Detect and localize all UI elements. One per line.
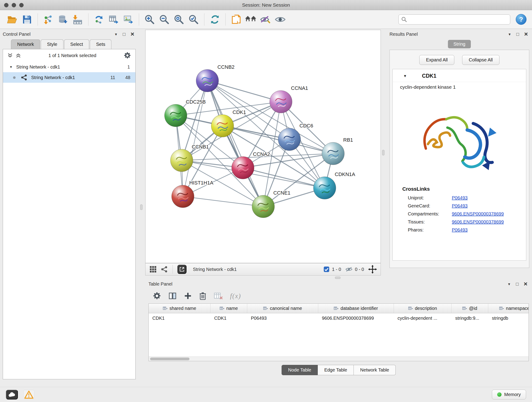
crosslink-link[interactable]: 9606.ENSP00000378699 bbox=[452, 219, 504, 225]
zoom-fit-button[interactable] bbox=[172, 13, 186, 26]
bottom-splitter-handle[interactable] bbox=[335, 277, 341, 279]
cloud-button[interactable] bbox=[6, 390, 18, 400]
tab-edge-table[interactable]: Edge Table bbox=[318, 365, 354, 375]
crosslink-link[interactable]: P06493 bbox=[452, 203, 468, 209]
panel-float-icon[interactable]: □ bbox=[516, 32, 519, 37]
panel-menu-icon[interactable]: ▼ bbox=[114, 32, 118, 36]
cell-shared-name[interactable]: CDK1 bbox=[149, 313, 210, 323]
selected-checkbox-icon[interactable] bbox=[323, 266, 330, 273]
network-overview-icon[interactable] bbox=[161, 266, 168, 273]
zoom-window-button[interactable] bbox=[19, 3, 24, 7]
panel-close-icon[interactable]: × bbox=[524, 32, 528, 37]
tree-expander-icon[interactable]: ▼ bbox=[9, 65, 13, 69]
cell--id[interactable]: stringdb:9... bbox=[452, 313, 488, 323]
right-splitter-handle[interactable] bbox=[382, 150, 385, 155]
expand-all-icon[interactable] bbox=[15, 52, 21, 58]
table-settings-button[interactable] bbox=[152, 292, 161, 300]
import-network-file-button[interactable] bbox=[41, 13, 55, 26]
import-network-database-button[interactable] bbox=[56, 13, 70, 26]
delete-table-button[interactable] bbox=[214, 292, 223, 300]
column-header-namespace[interactable]: namespace bbox=[488, 304, 529, 313]
save-session-button[interactable] bbox=[20, 13, 34, 26]
network-options-gear-icon[interactable] bbox=[123, 51, 131, 59]
node-CDKN1A[interactable]: CDKN1A bbox=[313, 172, 355, 199]
column-header-description[interactable]: description bbox=[394, 304, 452, 313]
column-header-database-identifier[interactable]: database identifier bbox=[318, 304, 394, 313]
close-window-button[interactable] bbox=[4, 3, 8, 7]
panel-float-icon[interactable]: □ bbox=[123, 32, 126, 37]
node-CDK1[interactable]: CDK1 bbox=[211, 109, 246, 137]
crosslink-link[interactable]: 9606.ENSP00000378699 bbox=[452, 211, 504, 217]
cell-name[interactable]: CDK1 bbox=[210, 313, 247, 323]
tab-sets[interactable]: Sets bbox=[90, 39, 111, 49]
edge-CCNB2-CCNE1[interactable] bbox=[207, 81, 263, 206]
crosslink-link[interactable]: P06493 bbox=[452, 227, 468, 233]
pan-tool-icon[interactable] bbox=[368, 265, 377, 274]
annotation-mode-button[interactable] bbox=[259, 13, 272, 26]
collapse-all-button[interactable]: Collapse All bbox=[462, 55, 500, 65]
cell-description[interactable]: cyclin-dependent ... bbox=[394, 313, 452, 323]
export-table-button[interactable] bbox=[107, 13, 120, 26]
column-header-name[interactable]: name bbox=[210, 304, 247, 313]
table-row[interactable]: CDK1CDK1P064939606.ENSP00000378699cyclin… bbox=[149, 313, 529, 323]
node-CCNA1[interactable]: CCNA1 bbox=[270, 85, 308, 113]
add-column-button[interactable] bbox=[168, 292, 177, 300]
tab-network-table[interactable]: Network Table bbox=[354, 365, 396, 375]
left-splitter-handle[interactable] bbox=[140, 204, 143, 210]
node-CCNB2[interactable]: CCNB2 bbox=[196, 64, 234, 92]
detach-view-button[interactable] bbox=[177, 265, 186, 274]
home-button[interactable] bbox=[244, 13, 258, 26]
help-button[interactable]: ? bbox=[516, 14, 526, 25]
panel-close-icon[interactable]: × bbox=[524, 281, 527, 287]
delete-column-button[interactable] bbox=[199, 292, 207, 300]
gene-expander-icon[interactable]: ▼ bbox=[403, 74, 407, 78]
network-row[interactable]: String Network - cdk1 11 48 bbox=[3, 72, 135, 83]
column-header--id[interactable]: @id bbox=[452, 304, 488, 313]
panel-menu-icon[interactable]: ▼ bbox=[507, 282, 511, 286]
open-session-button[interactable] bbox=[6, 13, 19, 26]
node-CDC6[interactable]: CDC6 bbox=[278, 123, 313, 151]
column-header-shared-name[interactable]: shared name bbox=[149, 304, 210, 313]
expand-all-button[interactable]: Expand All bbox=[419, 55, 454, 65]
cell-database-identifier[interactable]: 9606.ENSP00000378699 bbox=[318, 313, 394, 323]
tab-style[interactable]: Style bbox=[41, 39, 63, 49]
edge-HIST1H1A-CCNE1[interactable] bbox=[183, 196, 263, 206]
function-builder-button[interactable]: f(x) bbox=[230, 292, 241, 300]
collapse-all-icon[interactable] bbox=[7, 52, 13, 58]
edge-CCNB2-HIST1H1A[interactable] bbox=[183, 81, 207, 196]
hidden-eye-icon[interactable] bbox=[345, 266, 353, 272]
search-input[interactable] bbox=[399, 14, 510, 25]
export-network-button[interactable] bbox=[92, 13, 106, 26]
crosslink-link[interactable]: P06493 bbox=[452, 195, 468, 201]
zoom-out-button[interactable] bbox=[157, 13, 171, 26]
panel-close-icon[interactable]: × bbox=[131, 32, 134, 37]
edge-CDK1-RB1[interactable] bbox=[222, 126, 333, 153]
toggle-visibility-button[interactable] bbox=[273, 13, 287, 26]
zoom-selected-button[interactable] bbox=[187, 13, 201, 26]
apply-layout-button[interactable] bbox=[208, 13, 222, 26]
cell-namespace[interactable]: stringdb bbox=[488, 313, 529, 323]
minimize-window-button[interactable] bbox=[12, 3, 16, 7]
zoom-in-button[interactable] bbox=[143, 13, 157, 26]
horizontal-scrollbar[interactable] bbox=[149, 356, 529, 361]
column-header-canonical-name[interactable]: canonical name bbox=[247, 304, 318, 313]
add-row-button[interactable] bbox=[184, 292, 192, 300]
import-table-file-button[interactable] bbox=[71, 13, 85, 26]
node-RB1[interactable]: RB1 bbox=[322, 137, 353, 165]
warnings-button[interactable] bbox=[23, 390, 34, 400]
tab-select[interactable]: Select bbox=[64, 39, 89, 49]
grid-view-icon[interactable] bbox=[149, 265, 157, 273]
network-canvas[interactable]: CCNB2CCNA1CDC25BCDK1CDC6RB1CCNB1CCNA2CDK… bbox=[146, 30, 380, 263]
export-image-button[interactable] bbox=[121, 13, 135, 26]
node-HIST1H1A[interactable]: HIST1H1A bbox=[172, 180, 213, 208]
tab-node-table[interactable]: Node Table bbox=[282, 365, 318, 375]
panel-menu-icon[interactable]: ▼ bbox=[508, 32, 511, 36]
cell-canonical-name[interactable]: P06493 bbox=[247, 313, 318, 323]
network-collection-row[interactable]: ▼ String Network - cdk1 1 bbox=[3, 62, 135, 72]
panel-float-icon[interactable]: □ bbox=[516, 281, 519, 287]
copy-document-button[interactable] bbox=[229, 13, 243, 26]
scrollbar-thumb[interactable] bbox=[150, 357, 190, 360]
memory-button[interactable]: Memory bbox=[492, 390, 526, 400]
tab-network[interactable]: Network bbox=[11, 39, 40, 49]
node-CCNB1[interactable]: CCNB1 bbox=[171, 144, 209, 172]
